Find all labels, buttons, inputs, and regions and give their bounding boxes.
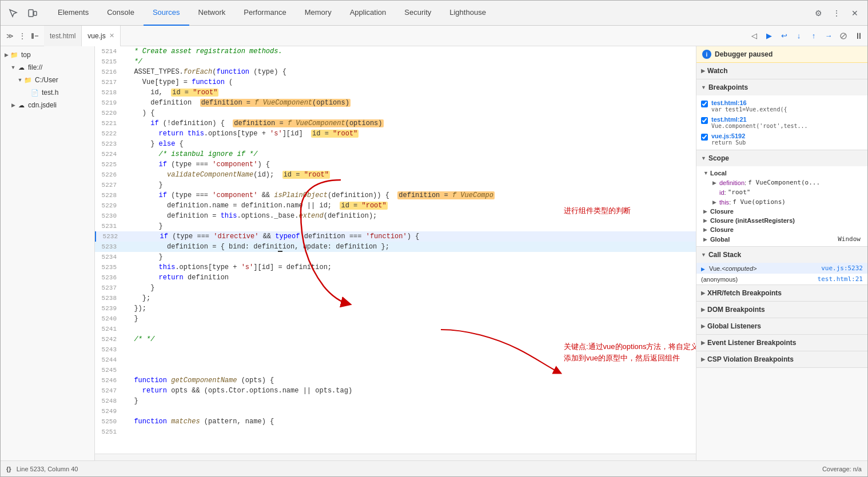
cs-arrow-1: ▶	[701, 266, 705, 272]
tab-application[interactable]: Application	[341, 1, 396, 26]
bp-info-3: vue.js:5192 return Sub	[711, 133, 746, 146]
collapse-sidebar-btn[interactable]: ≫	[3, 29, 17, 43]
settings-icon[interactable]: ⚙	[810, 5, 826, 21]
csp-label: CSP Violation Breakpoints	[707, 355, 794, 363]
scope-definition[interactable]: ▶ definition : f VueComponent(o...	[701, 178, 863, 187]
bp-info-1: test.html:16 var test1=Vue.extend({	[711, 99, 787, 113]
tab-performance[interactable]: Performance	[234, 1, 295, 26]
file-tab-vue-js[interactable]: vue.js ✕	[82, 26, 120, 46]
watch-label: Watch	[707, 67, 728, 75]
close-file-tab-btn[interactable]: ✕	[109, 32, 114, 39]
scope-global-arrow: ▶	[703, 237, 710, 242]
bp-loc-1: test.html:16	[711, 99, 787, 106]
global-listeners-header[interactable]: ▶ Global Listeners	[696, 318, 867, 334]
devtools-window: Elements Console Sources Network Perform…	[0, 0, 868, 477]
tab-memory[interactable]: Memory	[296, 1, 341, 26]
scope-global-label: Global	[710, 236, 730, 243]
scope-this[interactable]: ▶ this : f Vue(options)	[701, 197, 863, 207]
bp-checkbox-1[interactable]	[701, 101, 708, 107]
folder-icon-top: 📁	[10, 51, 19, 59]
csp-arrow: ▶	[701, 356, 705, 362]
code-line-5246: 5246 function getComponentName (opts) {	[95, 375, 696, 386]
tab-bar: Elements Console Sources Network Perform…	[49, 1, 808, 26]
cs-label: Call Stack	[708, 251, 741, 259]
scope-label: Scope	[708, 154, 729, 162]
toolbar-icons	[5, 5, 41, 21]
tree-label-top: top	[21, 51, 31, 59]
scope-closure-2[interactable]: ▶ Closure (initAssetRegisters)	[701, 216, 863, 225]
csp-section-header[interactable]: ▶ CSP Violation Breakpoints	[696, 351, 867, 367]
tree-item-cdnjs[interactable]: ▶ ☁ cdn.jsdeli	[1, 99, 94, 111]
inspect-icon[interactable]	[5, 5, 21, 21]
bp-item-1[interactable]: test.html:16 var test1=Vue.extend({	[701, 98, 863, 114]
step-icon[interactable]: →	[822, 29, 835, 43]
code-panel: 5214 * Create asset registration methods…	[95, 46, 696, 460]
scope-local-header[interactable]: ▼ Local	[701, 169, 863, 178]
bp-item-2[interactable]: test.html:21 Vue.component('root',test..…	[701, 114, 863, 131]
watch-section-header[interactable]: ▶ Watch	[696, 63, 867, 79]
step-out-icon[interactable]: ↑	[807, 29, 821, 43]
collapse-left-btn[interactable]	[28, 29, 42, 43]
bp-item-3[interactable]: vue.js:5192 return Sub	[701, 131, 863, 147]
scope-id-key: id	[719, 189, 724, 196]
pause-exceptions-icon[interactable]: ⏸	[851, 29, 865, 43]
scope-this-key: this	[719, 199, 729, 206]
xhr-label: XHR/fetch Breakpoints	[707, 289, 782, 297]
tab-console[interactable]: Console	[98, 1, 144, 26]
scope-def-arrow: ▶	[712, 180, 719, 186]
scope-local-label: Local	[710, 170, 727, 177]
code-line-5214: 5214 * Create asset registration methods…	[95, 46, 696, 57]
bp-content: test.html:16 var test1=Vue.extend({ test…	[696, 95, 867, 150]
code-line-5220: 5220 ) {	[95, 108, 696, 118]
code-wrapper: 5214 * Create asset registration methods…	[95, 46, 696, 454]
tree-item-cuser[interactable]: ▼ 📁 C:/User	[1, 74, 94, 86]
tab-network[interactable]: Network	[189, 1, 235, 26]
bp-checkbox-2[interactable]	[701, 117, 708, 124]
scope-section-header[interactable]: ▼ Scope	[696, 150, 867, 166]
bp-loc-3: vue.js:5192	[711, 133, 746, 139]
code-line-5225: 5225 if (type === 'component') {	[95, 159, 696, 170]
right-panel-scroll[interactable]: ▶ Watch ▼ Breakpoints test.html:1	[696, 63, 867, 460]
tree-item-file[interactable]: ▼ ☁ file://	[1, 61, 94, 74]
step-into-icon[interactable]: ↓	[792, 29, 806, 43]
breakpoints-section-header[interactable]: ▼ Breakpoints	[696, 79, 867, 95]
code-line-5217: 5217 Vue[type] = function (	[95, 77, 696, 87]
tab-sources[interactable]: Sources	[144, 1, 189, 26]
el-label: Event Listener Breakpoints	[707, 339, 796, 347]
watch-arrow: ▶	[701, 68, 705, 74]
cs-item-2[interactable]: (anonymous) test.html:21	[696, 274, 867, 284]
scope-closure-2-label: Closure (initAssetRegisters)	[710, 217, 795, 224]
tab-elements[interactable]: Elements	[49, 1, 98, 26]
code-editor[interactable]: 5214 * Create asset registration methods…	[95, 46, 696, 437]
code-line-5219: 5219 definition definition = f VueCompon…	[95, 98, 696, 108]
code-line-5221: 5221 if (!definition) { definition = f V…	[95, 118, 696, 129]
step-over-icon[interactable]: ↩	[777, 29, 791, 43]
close-devtools-icon[interactable]: ✕	[847, 5, 863, 21]
tree-item-testh[interactable]: 📄 test.h	[1, 86, 94, 99]
tab-lighthouse[interactable]: Lighthouse	[440, 1, 495, 26]
csp-section: ▶ CSP Violation Breakpoints	[696, 351, 867, 368]
bp-checkbox-3[interactable]	[701, 134, 708, 141]
scope-closure-3[interactable]: ▶ Closure	[701, 225, 863, 234]
cloud-icon-file: ☁	[17, 64, 26, 71]
event-listener-header[interactable]: ▶ Event Listener Breakpoints	[696, 335, 867, 351]
device-icon[interactable]	[25, 5, 41, 21]
deactivate-bp-icon[interactable]	[837, 29, 850, 43]
callstack-section-header[interactable]: ▼ Call Stack	[696, 247, 867, 263]
xhr-section-header[interactable]: ▶ XHR/fetch Breakpoints	[696, 285, 867, 301]
bp-arrow: ▼	[701, 85, 706, 90]
tree-item-top[interactable]: ▶ 📁 top	[1, 49, 94, 61]
h-scroll-area[interactable]	[95, 454, 696, 460]
dom-section-header[interactable]: ▶ DOM Breakpoints	[696, 302, 867, 318]
main-area: ▶ 📁 top ▼ ☁ file:// ▼ 📁 C:/User 📄 test.h	[1, 46, 867, 460]
more-files-btn[interactable]: ⋮	[17, 29, 28, 43]
play-icon[interactable]: ▶	[762, 29, 776, 43]
file-tab-test-html[interactable]: test.html	[44, 26, 82, 46]
cs-item-1[interactable]: ▶ Vue.<computed> vue.js:5232	[696, 263, 867, 274]
nav-back-icon[interactable]: ◁	[747, 29, 761, 43]
scope-global[interactable]: ▶ Global Window	[701, 234, 863, 244]
scope-closure-1[interactable]: ▶ Closure	[701, 207, 863, 216]
code-line-5238: 5238 };	[95, 293, 696, 303]
tab-security[interactable]: Security	[395, 1, 440, 26]
more-options-icon[interactable]: ⋮	[829, 5, 845, 21]
